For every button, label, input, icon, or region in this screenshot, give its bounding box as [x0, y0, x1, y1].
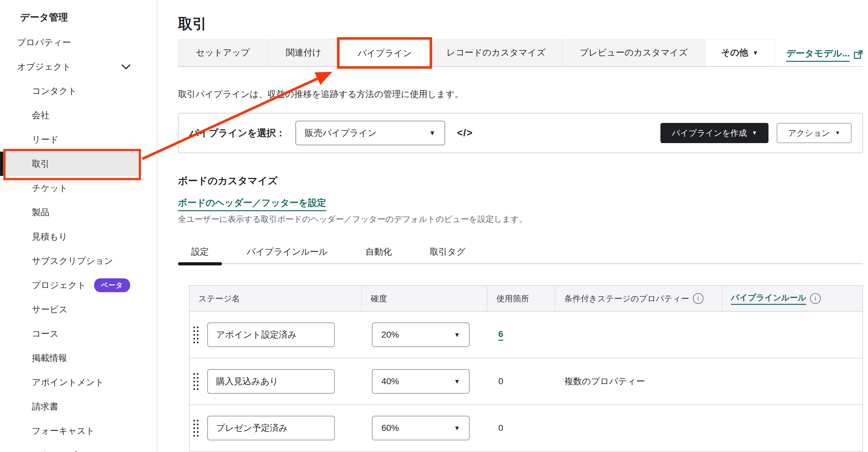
header-label: 条件付きステージのプロパティー [564, 293, 689, 304]
subtab-label: 自動化 [365, 246, 392, 258]
header-conditional-properties: 条件付きステージのプロパティー i [556, 286, 722, 311]
actions-button[interactable]: アクション ▼ [777, 123, 851, 143]
sidebar-item-label: コンタクト [32, 85, 77, 97]
table-header-row: ステージ名 確度 使用箇所 条件付きステージのプロパティー i パイプラインルー… [190, 286, 862, 312]
tab-label: セットアップ [196, 47, 250, 59]
header-label: ステージ名 [198, 293, 240, 304]
sidebar-item-objects[interactable]: オブジェクト [0, 55, 138, 79]
settings-page: データ管理 プロパティー オブジェクト コンタクト 会社 リード 取引 チケット… [0, 0, 868, 452]
tab-preview-customization[interactable]: プレビューのカスタマイズ [562, 39, 705, 66]
probability-cell: 20% ▼ [362, 312, 488, 358]
caret-down-icon: ▼ [752, 50, 758, 56]
page-description: 取引パイプラインは、収益の推移を追跡する方法の管理に使用します。 [178, 88, 464, 100]
probability-value: 40% [381, 376, 399, 387]
sidebar-header: データ管理 [0, 9, 157, 26]
sidebar-item-contacts[interactable]: コンタクト [0, 79, 138, 103]
sidebar-item-forecast[interactable]: フォーキャスト [0, 419, 138, 443]
sidebar-item-properties[interactable]: プロパティー [0, 30, 138, 55]
usage-count: 0 [498, 423, 503, 433]
usage-cell: 0 [488, 405, 556, 451]
sidebar-item-courses[interactable]: コース [0, 321, 138, 346]
sidebar-item-products[interactable]: 製品 [0, 200, 138, 224]
subtab-label: パイプラインルール [247, 246, 328, 258]
caret-down-icon: ▼ [454, 331, 460, 339]
header-probability: 確度 [362, 286, 488, 311]
pipeline-rules-link[interactable]: パイプラインルール [731, 292, 806, 305]
probability-value: 20% [381, 330, 399, 340]
board-header-footer-link[interactable]: ボードのヘッダー／フッターを設定 [178, 197, 326, 211]
tab-associations[interactable]: 関連付け [268, 39, 340, 66]
sidebar-item-label: 請求書 [32, 401, 58, 413]
sidebar-item-companies[interactable]: 会社 [0, 103, 138, 128]
chevron-down-icon [122, 64, 130, 70]
usage-count: 0 [498, 376, 503, 387]
tab-more[interactable]: その他 ▼ [705, 39, 775, 66]
sidebar-item-services[interactable]: サービス [0, 297, 138, 321]
caret-down-icon: ▼ [752, 130, 757, 136]
probability-select[interactable]: 60% ▼ [372, 416, 470, 440]
drag-handle-icon[interactable] [193, 373, 198, 390]
sidebar-item-label: 会社 [32, 109, 50, 121]
sidebar-item-label: コース [32, 328, 59, 340]
sidebar-item-label: フォーキャスト [32, 425, 95, 437]
subtab-pipeline-rules[interactable]: パイプラインルール [234, 240, 341, 263]
sidebar-item-label: プロパティー [17, 36, 71, 49]
stage-name-input[interactable]: アポイント設定済み [207, 322, 335, 347]
header-used-in: 使用箇所 [488, 286, 556, 311]
subtab-settings[interactable]: 設定 [178, 240, 222, 263]
external-link-icon [854, 50, 863, 59]
pipeline-rules-cell [722, 358, 862, 404]
tab-pipelines[interactable]: パイプライン [340, 39, 430, 67]
button-label: アクション [788, 128, 830, 139]
subtab-label: 取引タグ [430, 246, 465, 258]
tab-label: その他 [721, 47, 748, 59]
tab-setup[interactable]: セットアップ [178, 39, 268, 66]
stage-name-input[interactable]: 購入見込みあり [207, 369, 335, 394]
sidebar-item-projects[interactable]: プロジェクト ベータ [0, 273, 138, 297]
pipeline-selector-card: パイプラインを選択： 販売パイプライン ▼ </> パイプラインを作成 ▼ アク… [178, 113, 863, 153]
data-model-link[interactable]: データモデル... [786, 47, 863, 62]
sidebar-item-appointments[interactable]: アポイントメント [0, 370, 138, 394]
caret-down-icon: ▼ [429, 129, 436, 137]
info-icon[interactable]: i [810, 293, 821, 304]
caret-down-icon: ▼ [454, 425, 460, 432]
sidebar-item-quotes[interactable]: 見積もり [0, 224, 138, 249]
drag-handle-icon[interactable] [193, 327, 198, 343]
info-icon[interactable]: i [693, 293, 704, 304]
subtab-deal-tags[interactable]: 取引タグ [416, 240, 478, 263]
sidebar-item-activities[interactable]: アクティビティー [0, 443, 138, 452]
sidebar-item-leads[interactable]: リード [0, 128, 138, 151]
code-icon[interactable]: </> [457, 128, 473, 139]
conditional-cell [556, 312, 722, 358]
sidebar-item-subscriptions[interactable]: サブスクリプション [0, 249, 138, 273]
probability-select[interactable]: 40% ▼ [372, 369, 470, 394]
caret-down-icon: ▼ [454, 378, 460, 385]
sidebar-item-label: 見積もり [32, 231, 67, 243]
header-pipeline-rules: パイプラインルール i [722, 286, 862, 311]
sidebar-item-listings[interactable]: 掲載情報 [0, 346, 138, 370]
pipeline-select-value: 販売パイプライン [305, 127, 377, 139]
subtab-automation[interactable]: 自動化 [352, 240, 405, 263]
stage-cell: アポイント設定済み [190, 312, 362, 358]
sidebar-item-label: プロジェクト [32, 279, 86, 291]
drag-handle-icon[interactable] [193, 420, 198, 436]
usage-count-link[interactable]: 6 [498, 329, 503, 341]
pipeline-select[interactable]: 販売パイプライン ▼ [296, 121, 445, 145]
sidebar-item-label: サービス [32, 304, 68, 315]
sidebar-item-tickets[interactable]: チケット [0, 176, 138, 200]
sidebar-item-deals[interactable]: 取引 [0, 151, 138, 176]
tab-record-customization[interactable]: レコードのカスタマイズ [430, 39, 562, 66]
probability-select[interactable]: 20% ▼ [372, 322, 470, 347]
conditional-cell: 複数のプロパティー [556, 358, 722, 404]
table-row: 購入見込みあり 40% ▼ 0 複数のプロパティー [190, 358, 862, 405]
caret-down-icon: ▼ [835, 130, 840, 136]
sidebar-item-label: オブジェクト [17, 61, 71, 73]
sidebar-item-label: アポイントメント [32, 376, 104, 388]
header-stage-name: ステージ名 [190, 286, 362, 311]
sidebar-item-invoices[interactable]: 請求書 [0, 394, 138, 419]
tab-bar: セットアップ 関連付け パイプライン レコードのカスタマイズ プレビューのカスタ… [178, 39, 863, 67]
conditional-value: 複数のプロパティー [564, 375, 645, 387]
create-pipeline-button[interactable]: パイプラインを作成 ▼ [660, 123, 769, 143]
stage-name-input[interactable]: プレゼン予定済み [207, 416, 335, 440]
tab-label: 関連付け [286, 47, 321, 59]
